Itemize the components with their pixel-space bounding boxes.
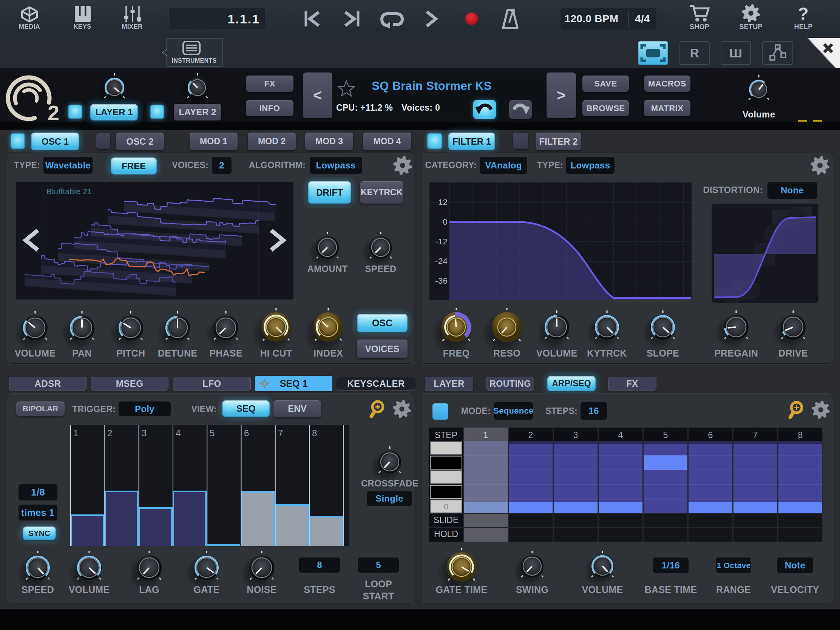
svg-text:6: 6 (708, 430, 713, 440)
svg-text:5: 5 (210, 428, 215, 438)
svg-text:6: 6 (244, 428, 249, 438)
svg-text:1: 1 (73, 428, 78, 438)
svg-text:5: 5 (663, 430, 668, 440)
svg-text:7: 7 (753, 430, 758, 440)
svg-text:STEP: STEP (435, 430, 457, 440)
svg-text:2: 2 (107, 428, 112, 438)
svg-text:4: 4 (618, 430, 623, 440)
svg-text:7: 7 (278, 428, 283, 438)
svg-text:0: 0 (444, 502, 448, 512)
svg-text:SLIDE: SLIDE (434, 515, 458, 525)
svg-text:8: 8 (798, 430, 803, 440)
svg-text:8: 8 (312, 428, 317, 438)
svg-text:3: 3 (573, 430, 578, 440)
svg-text:HOLD: HOLD (434, 529, 458, 539)
svg-text:2: 2 (528, 430, 533, 440)
svg-text:4: 4 (175, 428, 180, 438)
svg-text:2: 2 (47, 101, 59, 125)
svg-text:1: 1 (483, 430, 488, 440)
svg-text:3: 3 (142, 428, 147, 438)
